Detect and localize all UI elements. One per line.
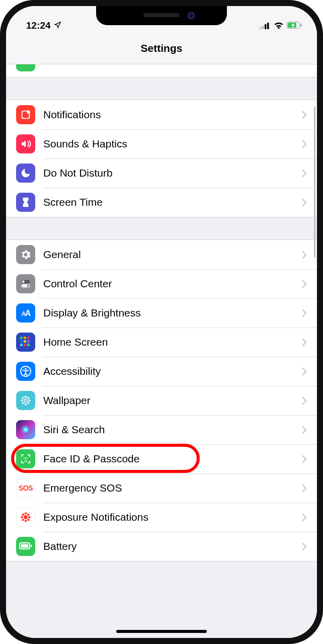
settings-row-wallpaper[interactable]: Wallpaper bbox=[6, 386, 317, 415]
chevron-right-icon bbox=[302, 484, 307, 493]
row-label: Accessibility bbox=[43, 365, 302, 377]
svg-rect-15 bbox=[20, 337, 23, 339]
svg-point-29 bbox=[24, 457, 25, 458]
svg-point-28 bbox=[21, 425, 30, 434]
svg-rect-17 bbox=[27, 337, 30, 339]
svg-point-39 bbox=[28, 519, 29, 521]
settings-row-sounds-haptics[interactable]: Sounds & Haptics bbox=[6, 129, 317, 158]
cellular-signal-icon bbox=[260, 22, 271, 31]
status-time: 12:24 bbox=[26, 20, 51, 31]
svg-rect-3 bbox=[267, 23, 269, 29]
row-label: Do Not Disturb bbox=[43, 167, 302, 179]
chevron-right-icon bbox=[302, 367, 307, 376]
phone-frame: 12:24 bbox=[0, 0, 323, 644]
display-icon: AA bbox=[16, 303, 35, 323]
svg-rect-18 bbox=[20, 340, 23, 343]
row-label: Control Center bbox=[43, 278, 302, 290]
chevron-right-icon bbox=[302, 338, 307, 347]
chevron-right-icon bbox=[302, 542, 307, 551]
chevron-right-icon bbox=[302, 455, 307, 463]
svg-point-8 bbox=[27, 110, 30, 113]
battery-charging-icon bbox=[287, 22, 302, 31]
settings-list[interactable]: NotificationsSounds & HapticsDo Not Dist… bbox=[6, 64, 317, 638]
wifi-icon bbox=[274, 22, 284, 31]
chevron-right-icon bbox=[302, 396, 307, 405]
faceid-icon bbox=[16, 449, 35, 468]
svg-point-12 bbox=[27, 285, 29, 287]
screen: 12:24 bbox=[6, 6, 317, 638]
chevron-right-icon bbox=[302, 198, 307, 207]
wallpaper-icon bbox=[16, 391, 35, 410]
chevron-right-icon bbox=[302, 140, 307, 148]
settings-row-display-brightness[interactable]: AADisplay & Brightness bbox=[6, 298, 317, 328]
list-item-partial[interactable] bbox=[6, 64, 317, 77]
sos-icon: SOS bbox=[16, 478, 35, 498]
svg-rect-1 bbox=[262, 26, 264, 29]
settings-row-screen-time[interactable]: Screen Time bbox=[6, 188, 317, 217]
svg-point-25 bbox=[25, 368, 27, 370]
notch bbox=[96, 6, 227, 25]
svg-point-31 bbox=[24, 515, 28, 519]
svg-rect-21 bbox=[20, 344, 23, 346]
svg-point-34 bbox=[21, 517, 23, 518]
svg-rect-2 bbox=[265, 24, 267, 29]
chevron-right-icon bbox=[302, 251, 307, 259]
svg-point-26 bbox=[24, 399, 27, 402]
settings-row-exposure-notifications[interactable]: Exposure Notifications bbox=[6, 503, 317, 532]
row-label: Emergency SOS bbox=[43, 482, 302, 494]
battery-icon bbox=[16, 537, 35, 556]
previous-row-icon bbox=[16, 64, 35, 71]
svg-rect-19 bbox=[24, 340, 26, 343]
svg-rect-22 bbox=[24, 344, 26, 346]
settings-row-accessibility[interactable]: Accessibility bbox=[6, 357, 317, 386]
exposure-icon bbox=[16, 508, 35, 527]
svg-point-38 bbox=[22, 519, 24, 521]
row-label: Display & Brightness bbox=[43, 307, 302, 319]
settings-row-battery[interactable]: Battery bbox=[6, 532, 317, 561]
chevron-right-icon bbox=[302, 111, 307, 119]
row-label: Face ID & Passcode bbox=[43, 453, 302, 465]
settings-section: GeneralControl CenterAADisplay & Brightn… bbox=[6, 239, 317, 561]
row-label: General bbox=[43, 249, 302, 261]
settings-row-siri-search[interactable]: Siri & Search bbox=[6, 415, 317, 444]
svg-text:A: A bbox=[25, 309, 31, 317]
svg-point-35 bbox=[29, 517, 30, 518]
accessibility-icon bbox=[16, 362, 35, 381]
location-arrow-icon bbox=[54, 20, 61, 31]
chevron-right-icon bbox=[302, 426, 307, 434]
row-label: Sounds & Haptics bbox=[43, 138, 302, 150]
chevron-right-icon bbox=[302, 309, 307, 317]
settings-row-emergency-sos[interactable]: SOSEmergency SOS bbox=[6, 473, 317, 503]
homescreen-icon bbox=[16, 333, 35, 352]
svg-rect-6 bbox=[300, 24, 301, 27]
svg-point-10 bbox=[22, 281, 25, 283]
general-icon bbox=[16, 245, 35, 264]
svg-point-36 bbox=[22, 514, 24, 515]
svg-rect-41 bbox=[21, 544, 29, 548]
chevron-right-icon bbox=[302, 280, 307, 288]
row-label: Siri & Search bbox=[43, 424, 302, 436]
page-title: Settings bbox=[141, 42, 183, 54]
svg-point-37 bbox=[28, 514, 29, 515]
settings-section: NotificationsSounds & HapticsDo Not Dist… bbox=[6, 100, 317, 217]
svg-point-27 bbox=[22, 397, 29, 404]
section-gap bbox=[6, 217, 317, 239]
home-indicator[interactable] bbox=[116, 630, 207, 633]
chevron-right-icon bbox=[302, 169, 307, 178]
controlcenter-icon bbox=[16, 274, 35, 293]
row-label: Home Screen bbox=[43, 336, 302, 348]
row-label: Battery bbox=[43, 540, 302, 552]
chevron-right-icon bbox=[302, 513, 307, 522]
row-label: Wallpaper bbox=[43, 394, 302, 407]
settings-row-control-center[interactable]: Control Center bbox=[6, 269, 317, 298]
nav-title: Settings bbox=[6, 32, 317, 64]
settings-row-general[interactable]: General bbox=[6, 240, 317, 269]
svg-rect-20 bbox=[27, 340, 30, 343]
row-label: Screen Time bbox=[43, 196, 302, 208]
settings-row-do-not-disturb[interactable]: Do Not Disturb bbox=[6, 158, 317, 188]
settings-row-face-id-passcode[interactable]: Face ID & Passcode bbox=[6, 444, 317, 473]
notifications-icon bbox=[16, 105, 35, 124]
settings-row-home-screen[interactable]: Home Screen bbox=[6, 328, 317, 357]
settings-row-notifications[interactable]: Notifications bbox=[6, 100, 317, 129]
svg-rect-16 bbox=[24, 337, 26, 339]
